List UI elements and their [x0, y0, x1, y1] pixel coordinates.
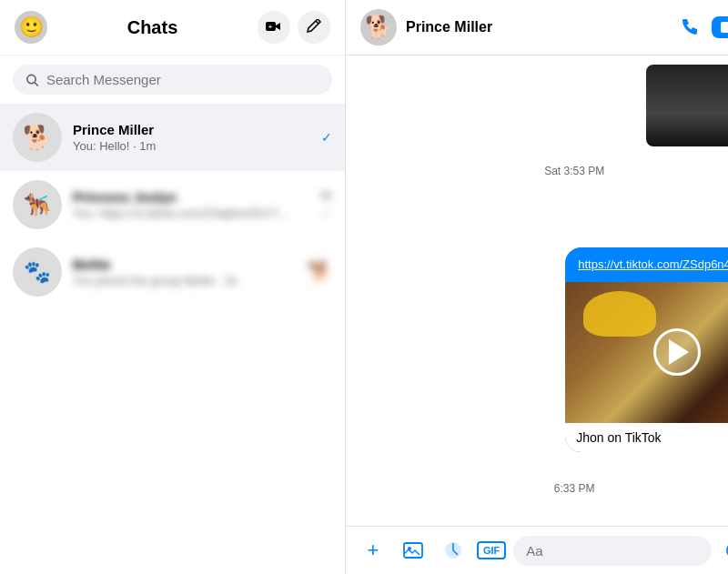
- svg-point-2: [27, 75, 35, 83]
- input-bar: + GIF: [346, 526, 728, 574]
- message-row-hi: hi ✓: [360, 192, 728, 240]
- message-row-hello: Hello! ✓: [360, 509, 728, 526]
- header-actions: ⋯: [673, 11, 728, 44]
- video-title: Jhon on TikTok: [565, 423, 728, 452]
- chat-preview-blurred: You: https://vt.tiktok.com/ZSdp6n4SV/?..…: [73, 206, 309, 220]
- phone-call-button[interactable]: [673, 11, 706, 44]
- search-input[interactable]: [46, 72, 319, 87]
- message-row-video: https://vt.tiktok.com/ZSdp6n4SV/?k=1 Jho…: [360, 247, 728, 468]
- timestamp-633: 6:33 PM: [360, 482, 728, 495]
- svg-line-3: [35, 82, 38, 86]
- chat-item-prince-miller[interactable]: 🐕 Prince Miller You: Hello! · 1m ✓: [0, 104, 345, 171]
- chat-meta: ✓: [321, 130, 332, 145]
- message-input[interactable]: [513, 536, 712, 566]
- video-call-button[interactable]: [712, 16, 728, 38]
- chat-item-princess-joslyn[interactable]: 🐕‍🦺 Princess Joslyn You: https://vt.tikt…: [0, 171, 345, 238]
- chat-preview-bettie: You joined the group Bettie · 1h: [73, 274, 297, 287]
- chat-meta-blurred: 4h ✓: [320, 189, 332, 220]
- avatar-princess-joslyn: 🐕‍🦺: [13, 180, 62, 229]
- received-image-row: [360, 65, 728, 146]
- image-button[interactable]: [397, 534, 430, 567]
- emoji-button[interactable]: [719, 534, 728, 567]
- conversation-header: 🐕 Prince Miller ⋯: [346, 0, 728, 55]
- messages-area[interactable]: Sat 3:53 PM hi ✓ https://vt.tiktok.com/Z…: [346, 55, 728, 526]
- video-card-bubble[interactable]: https://vt.tiktok.com/ZSdp6n4SV/?k=1 Jho…: [565, 247, 728, 452]
- header-icons: +: [258, 11, 330, 44]
- contact-name: Prince Miller: [406, 19, 664, 35]
- add-button[interactable]: +: [357, 534, 389, 567]
- timestamp-sat: Sat 3:53 PM: [360, 165, 728, 177]
- right-panel: 🐕 Prince Miller ⋯: [346, 0, 728, 574]
- chat-status: ✓: [321, 130, 332, 145]
- left-panel: Chats +: [0, 0, 346, 574]
- avatar-prince-miller: 🐕: [13, 113, 62, 162]
- chat-name-bettie: Bettie: [73, 257, 297, 272]
- chat-info-bettie: Bettie You joined the group Bettie · 1h: [73, 257, 297, 287]
- chat-status-blurred: ✓: [321, 206, 332, 220]
- chat-info-princess-joslyn: Princess Joslyn You: https://vt.tiktok.c…: [73, 189, 309, 220]
- chat-name: Prince Miller: [73, 122, 310, 137]
- contact-avatar: 🐕: [360, 9, 397, 45]
- chat-time: 4h: [320, 189, 332, 202]
- compose-button[interactable]: [298, 11, 330, 44]
- play-button[interactable]: [653, 328, 701, 376]
- chat-item-bettie[interactable]: 🐾 Bettie You joined the group Bettie · 1…: [0, 238, 345, 306]
- left-header: Chats +: [0, 0, 345, 55]
- chat-info-prince-miller: Prince Miller You: Hello! · 1m: [73, 122, 310, 153]
- video-link[interactable]: https://vt.tiktok.com/ZSdp6n4SV/?k=1: [565, 247, 728, 282]
- chat-list: 🐕 Prince Miller You: Hello! · 1m ✓ 🐕‍🦺 P…: [0, 104, 345, 574]
- search-bar[interactable]: [13, 65, 332, 95]
- sticker-button[interactable]: [437, 534, 470, 567]
- chat-preview: You: Hello! · 1m: [73, 139, 310, 153]
- svg-text:+: +: [268, 24, 272, 30]
- chat-name-blurred: Princess Joslyn: [73, 189, 309, 205]
- user-avatar[interactable]: [15, 11, 47, 44]
- chats-title: Chats: [47, 17, 258, 38]
- chat-meta-bettie: 🐕: [308, 260, 332, 284]
- image-preview: [646, 65, 728, 146]
- avatar-bettie: 🐾: [13, 247, 62, 297]
- video-thumbnail[interactable]: [565, 282, 728, 423]
- search-icon: [25, 73, 39, 87]
- gif-button[interactable]: GIF: [477, 541, 506, 559]
- new-video-chat-button[interactable]: +: [258, 11, 290, 44]
- svg-rect-4: [721, 22, 728, 33]
